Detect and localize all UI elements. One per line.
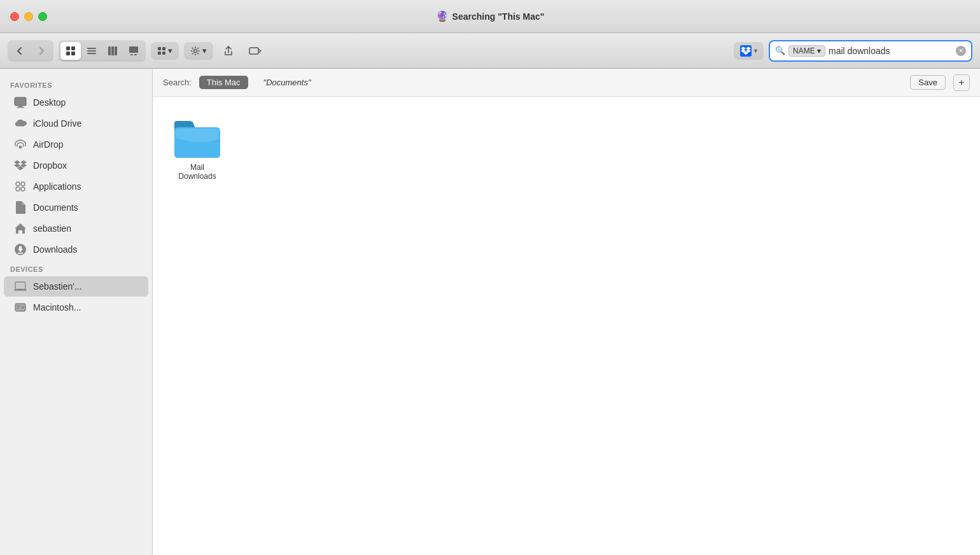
svg-point-34 bbox=[21, 182, 25, 186]
svg-rect-10 bbox=[129, 46, 138, 53]
window-controls bbox=[10, 12, 47, 21]
search-scope-bar: Search: This Mac "Documents" Save + bbox=[153, 69, 980, 97]
toolbar: ▾ ▾ bbox=[0, 33, 980, 69]
search-icon: 🔍 bbox=[775, 46, 785, 55]
documents-icon bbox=[14, 201, 27, 214]
window-title-area: 🔮 Searching "This Mac" bbox=[436, 10, 545, 22]
view-cover-button[interactable] bbox=[123, 42, 144, 60]
svg-point-36 bbox=[21, 187, 25, 191]
window-title: Searching "This Mac" bbox=[452, 11, 545, 22]
sidebar-item-airdrop[interactable]: AirDrop bbox=[4, 134, 148, 155]
svg-rect-0 bbox=[66, 46, 70, 50]
sidebar-item-label-airdrop: AirDrop bbox=[33, 139, 63, 150]
sidebar-item-label-icloud: iCloud Drive bbox=[33, 118, 81, 129]
sidebar-item-documents[interactable]: Documents bbox=[4, 197, 148, 218]
view-list-button[interactable] bbox=[81, 42, 102, 60]
desktop-icon bbox=[14, 96, 27, 109]
downloads-icon bbox=[14, 243, 27, 256]
file-area: Search: This Mac "Documents" Save + bbox=[153, 69, 980, 555]
svg-rect-5 bbox=[87, 50, 96, 52]
svg-rect-2 bbox=[66, 52, 70, 55]
sidebar-item-home[interactable]: sebastien bbox=[4, 218, 148, 239]
this-mac-scope-button[interactable]: This Mac bbox=[199, 76, 248, 89]
svg-point-33 bbox=[16, 182, 20, 186]
add-search-criteria-button[interactable]: + bbox=[953, 74, 970, 91]
svg-rect-15 bbox=[158, 52, 161, 55]
svg-point-27 bbox=[19, 146, 22, 149]
svg-rect-41 bbox=[16, 283, 25, 289]
dropbox-sidebar-icon bbox=[14, 159, 27, 172]
sidebar-item-desktop[interactable]: Desktop bbox=[4, 92, 148, 113]
search-clear-button[interactable]: ✕ bbox=[956, 46, 966, 56]
svg-point-45 bbox=[22, 306, 24, 309]
file-grid: Mail Downloads bbox=[153, 97, 980, 555]
forward-button[interactable] bbox=[31, 42, 52, 60]
svg-rect-16 bbox=[162, 52, 165, 55]
svg-point-35 bbox=[16, 187, 20, 191]
svg-rect-39 bbox=[18, 253, 23, 254]
sidebar-item-label-dropbox: Dropbox bbox=[33, 160, 67, 171]
svg-rect-6 bbox=[87, 53, 96, 54]
close-button[interactable] bbox=[10, 12, 19, 21]
svg-rect-11 bbox=[130, 54, 133, 55]
sidebar-item-icloud[interactable]: iCloud Drive bbox=[4, 113, 148, 134]
svg-rect-24 bbox=[15, 97, 26, 106]
title-icon: 🔮 bbox=[436, 10, 449, 22]
applications-icon bbox=[14, 180, 27, 193]
tag-button[interactable] bbox=[244, 42, 267, 60]
svg-rect-1 bbox=[71, 46, 75, 50]
svg-rect-9 bbox=[115, 46, 117, 55]
icloud-icon bbox=[14, 117, 27, 130]
sidebar-item-label-downloads: Downloads bbox=[33, 244, 77, 255]
view-icon-button[interactable] bbox=[60, 42, 81, 60]
sidebar-item-macintosh[interactable]: Macintosh... bbox=[4, 297, 148, 318]
svg-rect-14 bbox=[162, 47, 165, 50]
svg-rect-47 bbox=[17, 307, 20, 309]
svg-rect-3 bbox=[71, 52, 75, 55]
group-dropdown-button[interactable]: ▾ bbox=[151, 42, 179, 60]
main-content: Favorites Desktop iCloud Drive bbox=[0, 69, 980, 555]
sidebar: Favorites Desktop iCloud Drive bbox=[0, 69, 153, 555]
nav-button-group bbox=[8, 40, 53, 62]
search-name-badge[interactable]: NAME ▾ bbox=[788, 45, 825, 57]
svg-rect-8 bbox=[111, 46, 114, 55]
favorites-header: Favorites bbox=[0, 76, 152, 92]
svg-rect-46 bbox=[17, 306, 20, 307]
group-dropdown-arrow: ▾ bbox=[168, 46, 172, 55]
devices-header: Devices bbox=[0, 260, 152, 276]
minimize-button[interactable] bbox=[24, 12, 33, 21]
home-icon bbox=[14, 222, 27, 235]
airdrop-icon bbox=[14, 138, 27, 151]
dropbox-icon bbox=[740, 45, 752, 57]
gear-dropdown-arrow: ▾ bbox=[202, 46, 207, 55]
search-bar: 🔍 NAME ▾ ✕ bbox=[769, 40, 972, 62]
view-button-group bbox=[59, 40, 146, 62]
laptop-icon bbox=[14, 280, 27, 293]
svg-rect-12 bbox=[134, 54, 137, 55]
sidebar-item-label-documents: Documents bbox=[33, 202, 78, 213]
svg-rect-4 bbox=[87, 48, 96, 49]
sidebar-item-label-sebastien-mac: Sebastien'... bbox=[33, 281, 82, 292]
view-column-button[interactable] bbox=[102, 42, 123, 60]
sidebar-item-applications[interactable]: Applications bbox=[4, 176, 148, 197]
save-search-button[interactable]: Save bbox=[910, 75, 946, 90]
sidebar-item-downloads[interactable]: Downloads bbox=[4, 239, 148, 260]
sidebar-item-sebastien-mac[interactable]: Sebastien'... bbox=[4, 276, 148, 297]
svg-rect-26 bbox=[17, 107, 24, 108]
file-item-mail-downloads[interactable]: Mail Downloads bbox=[165, 109, 229, 186]
documents-scope-button[interactable]: "Documents" bbox=[256, 76, 319, 89]
dropbox-button[interactable]: ▾ bbox=[734, 42, 764, 60]
dropbox-arrow: ▾ bbox=[754, 47, 757, 54]
sidebar-item-dropbox[interactable]: Dropbox bbox=[4, 155, 148, 176]
title-bar: 🔮 Searching "This Mac" bbox=[0, 0, 980, 33]
action-dropdown-button[interactable]: ▾ bbox=[184, 42, 213, 60]
svg-rect-43 bbox=[18, 290, 22, 290]
share-button[interactable] bbox=[218, 42, 239, 60]
search-input[interactable] bbox=[829, 46, 953, 56]
maximize-button[interactable] bbox=[38, 12, 47, 21]
folder-icon bbox=[172, 115, 223, 159]
sidebar-item-label-home: sebastien bbox=[33, 223, 71, 234]
back-button[interactable] bbox=[10, 42, 30, 60]
svg-rect-18 bbox=[249, 48, 258, 54]
search-label: Search: bbox=[163, 78, 192, 87]
